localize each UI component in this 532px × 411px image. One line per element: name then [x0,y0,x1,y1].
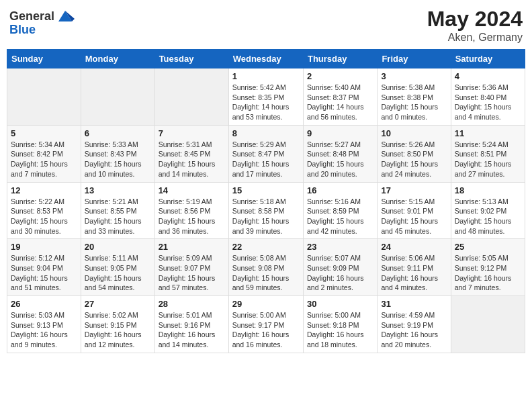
calendar-day-cell: 1Sunrise: 5:42 AMSunset: 8:35 PMDaylight… [228,68,303,126]
day-info: Sunrise: 5:09 AMSunset: 9:07 PMDaylight:… [159,253,225,293]
day-number: 12 [11,185,77,195]
month-title: May 2024 Aken, Germany [427,7,523,44]
calendar-day-cell: 10Sunrise: 5:26 AMSunset: 8:50 PMDayligh… [378,125,451,182]
calendar-day-cell: 4Sunrise: 5:36 AMSunset: 8:40 PMDaylight… [451,68,525,126]
day-number: 29 [232,299,300,309]
calendar-day-cell: 29Sunrise: 5:00 AMSunset: 9:17 PMDayligh… [228,296,303,353]
day-number: 24 [381,242,447,252]
calendar-day-cell: 30Sunrise: 5:00 AMSunset: 9:18 PMDayligh… [303,296,377,353]
calendar-day-cell [451,296,525,353]
location: Aken, Germany [427,32,523,44]
calendar-week-row: 26Sunrise: 5:03 AMSunset: 9:13 PMDayligh… [7,296,525,353]
day-info: Sunrise: 5:05 AMSunset: 9:12 PMDaylight:… [455,253,521,293]
day-number: 27 [85,299,151,309]
day-number: 7 [159,128,225,138]
day-info: Sunrise: 5:18 AMSunset: 8:58 PMDaylight:… [232,197,300,236]
day-info: Sunrise: 5:38 AMSunset: 8:38 PMDaylight:… [381,83,447,122]
day-number: 19 [11,242,77,252]
day-info: Sunrise: 5:13 AMSunset: 9:02 PMDaylight:… [455,197,521,236]
day-info: Sunrise: 5:16 AMSunset: 8:59 PMDaylight:… [307,197,373,236]
day-number: 28 [159,299,225,309]
day-number: 9 [307,128,373,138]
calendar-day-cell: 20Sunrise: 5:11 AMSunset: 9:05 PMDayligh… [81,239,154,296]
weekday-header: Sunday [7,50,81,68]
day-number: 1 [232,71,300,81]
day-info: Sunrise: 5:36 AMSunset: 8:40 PMDaylight:… [455,83,521,122]
day-number: 16 [307,185,373,195]
day-number: 5 [11,128,77,138]
day-info: Sunrise: 5:22 AMSunset: 8:53 PMDaylight:… [11,197,77,236]
day-number: 15 [232,185,300,195]
logo: General Blue [9,7,75,37]
day-info: Sunrise: 5:26 AMSunset: 8:50 PMDaylight:… [381,140,447,179]
day-number: 14 [159,185,225,195]
calendar-day-cell: 19Sunrise: 5:12 AMSunset: 9:04 PMDayligh… [7,239,81,296]
calendar-day-cell: 16Sunrise: 5:16 AMSunset: 8:59 PMDayligh… [303,182,377,239]
day-number: 21 [159,242,225,252]
calendar-day-cell: 9Sunrise: 5:27 AMSunset: 8:48 PMDaylight… [303,125,377,182]
day-number: 10 [381,128,447,138]
day-info: Sunrise: 5:01 AMSunset: 9:16 PMDaylight:… [159,310,225,350]
calendar-day-cell: 6Sunrise: 5:33 AMSunset: 8:43 PMDaylight… [81,125,154,182]
day-info: Sunrise: 5:34 AMSunset: 8:42 PMDaylight:… [11,140,77,179]
calendar-header-row: SundayMondayTuesdayWednesdayThursdayFrid… [7,50,525,68]
day-number: 8 [232,128,300,138]
calendar-day-cell: 8Sunrise: 5:29 AMSunset: 8:47 PMDaylight… [228,125,303,182]
page-header: General Blue May 2024 Aken, Germany [7,7,525,44]
calendar-day-cell: 31Sunrise: 4:59 AMSunset: 9:19 PMDayligh… [378,296,451,353]
calendar-week-row: 5Sunrise: 5:34 AMSunset: 8:42 PMDaylight… [7,125,525,182]
day-info: Sunrise: 5:07 AMSunset: 9:09 PMDaylight:… [307,253,373,293]
day-info: Sunrise: 5:08 AMSunset: 9:08 PMDaylight:… [232,253,300,293]
day-info: Sunrise: 5:24 AMSunset: 8:51 PMDaylight:… [455,140,521,179]
day-info: Sunrise: 5:00 AMSunset: 9:17 PMDaylight:… [232,310,300,350]
weekday-header: Tuesday [154,50,228,68]
day-number: 23 [307,242,373,252]
day-info: Sunrise: 5:19 AMSunset: 8:56 PMDaylight:… [159,197,225,236]
calendar-day-cell: 15Sunrise: 5:18 AMSunset: 8:58 PMDayligh… [228,182,303,239]
calendar-day-cell: 7Sunrise: 5:31 AMSunset: 8:45 PMDaylight… [154,125,228,182]
day-info: Sunrise: 5:31 AMSunset: 8:45 PMDaylight:… [159,140,225,179]
day-info: Sunrise: 5:03 AMSunset: 9:13 PMDaylight:… [11,310,77,350]
day-number: 20 [85,242,151,252]
day-number: 18 [455,185,521,195]
calendar-day-cell: 11Sunrise: 5:24 AMSunset: 8:51 PMDayligh… [451,125,525,182]
month-year: May 2024 [427,7,523,32]
calendar-day-cell: 26Sunrise: 5:03 AMSunset: 9:13 PMDayligh… [7,296,81,353]
calendar-day-cell: 25Sunrise: 5:05 AMSunset: 9:12 PMDayligh… [451,239,525,296]
day-info: Sunrise: 5:29 AMSunset: 8:47 PMDaylight:… [232,140,300,179]
calendar-day-cell: 17Sunrise: 5:15 AMSunset: 9:01 PMDayligh… [378,182,451,239]
day-info: Sunrise: 5:06 AMSunset: 9:11 PMDaylight:… [381,253,447,293]
day-number: 2 [307,71,373,81]
calendar-day-cell [7,68,81,126]
calendar-day-cell: 24Sunrise: 5:06 AMSunset: 9:11 PMDayligh… [378,239,451,296]
day-info: Sunrise: 5:21 AMSunset: 8:55 PMDaylight:… [85,197,151,236]
day-number: 22 [232,242,300,252]
day-info: Sunrise: 5:33 AMSunset: 8:43 PMDaylight:… [85,140,151,179]
calendar-day-cell: 21Sunrise: 5:09 AMSunset: 9:07 PMDayligh… [154,239,228,296]
calendar-table: SundayMondayTuesdayWednesdayThursdayFrid… [7,49,525,353]
logo-icon [56,7,75,26]
day-info: Sunrise: 5:42 AMSunset: 8:35 PMDaylight:… [232,83,300,122]
day-number: 6 [85,128,151,138]
calendar-day-cell: 14Sunrise: 5:19 AMSunset: 8:56 PMDayligh… [154,182,228,239]
logo-blue: Blue [9,23,36,37]
day-info: Sunrise: 5:11 AMSunset: 9:05 PMDaylight:… [85,253,151,293]
calendar-day-cell: 13Sunrise: 5:21 AMSunset: 8:55 PMDayligh… [81,182,154,239]
weekday-header: Monday [81,50,154,68]
day-info: Sunrise: 5:15 AMSunset: 9:01 PMDaylight:… [381,197,447,236]
logo-general: General [9,9,54,24]
calendar-day-cell: 23Sunrise: 5:07 AMSunset: 9:09 PMDayligh… [303,239,377,296]
calendar-day-cell [81,68,154,126]
day-number: 4 [455,71,521,81]
weekday-header: Saturday [451,50,525,68]
day-info: Sunrise: 5:27 AMSunset: 8:48 PMDaylight:… [307,140,373,179]
day-number: 13 [85,185,151,195]
calendar-day-cell: 27Sunrise: 5:02 AMSunset: 9:15 PMDayligh… [81,296,154,353]
day-number: 17 [381,185,447,195]
day-info: Sunrise: 5:12 AMSunset: 9:04 PMDaylight:… [11,253,77,293]
calendar-day-cell: 2Sunrise: 5:40 AMSunset: 8:37 PMDaylight… [303,68,377,126]
day-number: 25 [455,242,521,252]
calendar-week-row: 19Sunrise: 5:12 AMSunset: 9:04 PMDayligh… [7,239,525,296]
weekday-header: Wednesday [228,50,303,68]
calendar-week-row: 1Sunrise: 5:42 AMSunset: 8:35 PMDaylight… [7,68,525,126]
